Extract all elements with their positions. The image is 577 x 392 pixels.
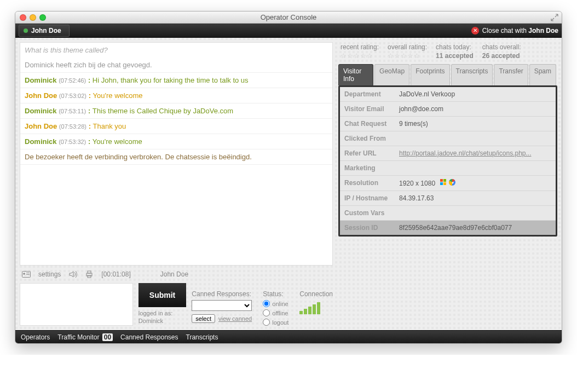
status-offline-radio[interactable] (263, 309, 270, 316)
info-session-id: Session ID 8f25958e642aae79ae8d97e6cbf0a… (340, 221, 556, 235)
app-window: Operator Console John Doe ✕ Close chat w… (15, 11, 562, 344)
info-request: Chat Request 9 times(s) (340, 117, 556, 131)
tab-footprints[interactable]: Footprints (411, 64, 449, 85)
titlebar: Operator Console (15, 11, 562, 24)
expand-icon[interactable] (551, 14, 558, 21)
footer-traffic-monitor[interactable]: Traffic Monitor 00 (57, 333, 113, 341)
connection-bars-icon (299, 301, 333, 314)
visitor-tab[interactable]: John Doe (19, 25, 70, 37)
logged-in-name: Dominick (139, 318, 163, 324)
info-tabs: Visitor Info GeoMap Footprints Transcrip… (338, 64, 557, 85)
tab-geomap[interactable]: GeoMap (374, 64, 409, 85)
chat-toolbar: settings [00:01:08] John Doe (20, 266, 333, 283)
chat-message-who: Dominick (25, 76, 57, 84)
connection-widget: Connection (299, 290, 333, 326)
print-icon[interactable] (85, 270, 94, 279)
tab-transfer[interactable]: Transfer (494, 64, 528, 85)
view-canned-link[interactable]: view canned (218, 315, 252, 322)
chats-today-label: chats today: (436, 43, 474, 51)
footer-canned-responses[interactable]: Canned Responses (120, 333, 178, 341)
status-offline-row[interactable]: offline (263, 309, 288, 316)
stats-row: recent rating: ☆☆☆☆☆ overall rating: ☆☆☆… (338, 42, 557, 64)
info-custom-vars-label: Custom Vars (344, 209, 399, 217)
status-online-text: online (272, 301, 288, 307)
info-email-label: Visitor Email (344, 105, 399, 113)
info-request-label: Chat Request (344, 120, 399, 128)
side-column: recent rating: ☆☆☆☆☆ overall rating: ☆☆☆… (338, 42, 557, 326)
browser-chrome-icon (449, 179, 455, 186)
chat-column: What is this theme called? Dominick heef… (20, 42, 333, 326)
footer-traffic-label: Traffic Monitor (57, 333, 99, 341)
bottom-widgets: Canned Responses: select view canned Sta… (192, 285, 333, 326)
chat-system-joined: Dominick heeft zich bij de chat gevoegd. (20, 57, 332, 73)
info-refer-url-link[interactable]: http://portaal.jadove.nl/chat/setup/icon… (399, 149, 532, 157)
chat-message-ts: (07:53:02) (59, 93, 86, 99)
chat-message: Dominick (07:53:11) : This theme is Call… (20, 103, 332, 119)
canned-responses-widget: Canned Responses: select view canned (192, 290, 252, 326)
svg-rect-7 (440, 179, 443, 182)
chat-message-text: You're welcome (93, 137, 142, 146)
recent-rating: recent rating: ☆☆☆☆☆ (341, 43, 379, 60)
info-custom-vars: Custom Vars (340, 206, 556, 221)
canned-responses-dropdown[interactable] (192, 300, 252, 311)
logged-in-info: logged in as: Dominick (139, 309, 172, 325)
info-request-value: 9 times(s) (399, 120, 551, 128)
info-session-id-label: Session ID (344, 224, 399, 232)
svg-rect-3 (26, 274, 30, 275)
status-logout-radio[interactable] (263, 319, 270, 326)
info-custom-vars-value (399, 209, 551, 217)
chat-message-ts: (07:52:46) (59, 77, 86, 84)
online-status-icon (24, 28, 28, 33)
tab-spam[interactable]: Spam (529, 64, 556, 85)
info-resolution-label: Resolution (344, 179, 399, 187)
info-email-value: john@doe.com (399, 105, 551, 113)
canned-select-button[interactable]: select (192, 314, 215, 323)
main-area: What is this theme called? Dominick heef… (15, 38, 562, 330)
overall-rating-stars-icon: ☆☆☆☆☆ (388, 52, 427, 60)
topbar: John Doe ✕ Close chat with John Doe (15, 24, 562, 38)
submit-column: Submit logged in as: Dominick (139, 283, 186, 325)
chat-message-colon: : (86, 107, 93, 115)
chat-message-colon: : (86, 122, 93, 130)
message-input[interactable] (20, 283, 133, 326)
info-ip-label: IP / Hostname (344, 194, 399, 202)
tab-visitor-info[interactable]: Visitor Info (338, 64, 373, 85)
status-online-row[interactable]: online (263, 300, 288, 307)
chats-overall: chats overall: 26 accepted (482, 43, 521, 60)
chat-message-colon: : (86, 137, 93, 146)
chat-message-text: Thank you (93, 122, 126, 130)
window-title: Operator Console (15, 13, 562, 21)
canned-responses-select[interactable] (192, 300, 252, 311)
chats-today-value: 11 accepted (436, 52, 474, 60)
svg-rect-5 (88, 271, 91, 273)
chat-message: Dominick (07:53:32) : You're welcome (20, 134, 332, 149)
chat-message: John Doe (07:53:02) : You're welcome (20, 88, 332, 103)
info-department-label: Department (344, 90, 399, 98)
info-email: Visitor Email john@doe.com (340, 102, 556, 117)
status-logout-row[interactable]: logout (263, 319, 288, 326)
chat-message: Dominick (07:52:46) : Hi John, thank you… (20, 73, 332, 88)
info-ip: IP / Hostname 84.39.17.63 (340, 191, 556, 206)
chat-message-who: Dominick (25, 137, 57, 146)
submit-button[interactable]: Submit (139, 283, 186, 307)
info-marketing: Marketing (340, 161, 556, 176)
footer-transcripts[interactable]: Transcripts (186, 333, 218, 341)
chat-log[interactable]: Dominick heeft zich bij de chat gevoegd.… (20, 57, 333, 266)
chat-message-ts: (07:53:32) (59, 139, 86, 145)
sound-icon[interactable] (68, 270, 77, 279)
tab-transcripts[interactable]: Transcripts (451, 64, 493, 85)
close-icon: ✕ (471, 27, 479, 34)
close-chat-button[interactable]: ✕ Close chat with John Doe (471, 27, 558, 34)
chat-message-colon: : (86, 76, 93, 84)
settings-link[interactable]: settings (38, 270, 61, 278)
chat-message-text: This theme is Called Chique by JaDoVe.co… (93, 107, 233, 115)
chat-message-ts: (07:53:28) (59, 123, 86, 130)
visitor-info-panel: Department JaDoVe.nl Verkoop Visitor Ema… (338, 85, 557, 237)
recent-rating-label: recent rating: (341, 43, 379, 51)
card-icon[interactable] (22, 270, 31, 279)
chat-topic: What is this theme called? (20, 42, 333, 57)
logged-in-label: logged in as: (139, 310, 172, 316)
status-online-radio[interactable] (263, 300, 270, 307)
info-ip-value: 84.39.17.63 (399, 194, 551, 202)
footer-operators[interactable]: Operators (21, 333, 50, 341)
